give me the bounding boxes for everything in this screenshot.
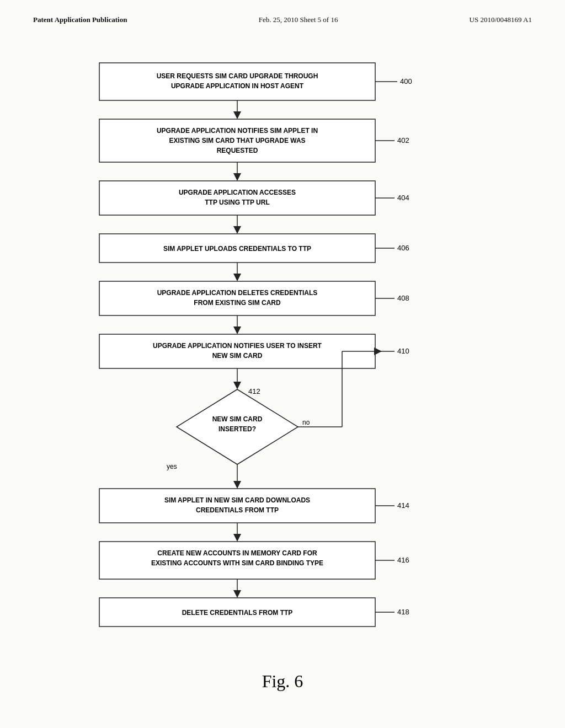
- svg-text:400: 400: [400, 77, 412, 85]
- svg-marker-50: [374, 347, 382, 355]
- header-left: Patent Application Publication: [33, 15, 127, 24]
- svg-text:414: 414: [397, 501, 409, 510]
- header-center: Feb. 25, 2010 Sheet 5 of 16: [259, 15, 338, 24]
- svg-text:no: no: [302, 419, 310, 426]
- svg-rect-54: [99, 489, 375, 523]
- svg-text:UPGRADE APPLICATION NOTIFIES S: UPGRADE APPLICATION NOTIFIES SIM APPLET …: [157, 127, 318, 135]
- svg-text:CREDENTIALS FROM TTP: CREDENTIALS FROM TTP: [196, 506, 279, 514]
- svg-text:NEW SIM CARD: NEW SIM CARD: [212, 415, 263, 423]
- svg-marker-67: [233, 590, 241, 598]
- svg-marker-27: [233, 274, 241, 281]
- svg-text:418: 418: [397, 608, 409, 616]
- svg-marker-41: [233, 382, 241, 389]
- svg-text:402: 402: [397, 136, 409, 144]
- svg-text:UPGRADE APPLICATION ACCESSES: UPGRADE APPLICATION ACCESSES: [179, 189, 296, 196]
- svg-text:406: 406: [397, 244, 409, 252]
- figure-caption-text: Fig. 6: [262, 671, 303, 691]
- svg-text:EXISTING SIM CARD THAT UPGRADE: EXISTING SIM CARD THAT UPGRADE WAS: [169, 137, 305, 144]
- svg-text:SIM APPLET UPLOADS CREDENTIALS: SIM APPLET UPLOADS CREDENTIALS TO TTP: [163, 245, 311, 253]
- svg-text:USER REQUESTS SIM CARD UPGRADE: USER REQUESTS SIM CARD UPGRADE THROUGH: [157, 72, 318, 80]
- svg-marker-21: [233, 226, 241, 234]
- svg-text:416: 416: [397, 556, 409, 564]
- svg-text:412: 412: [248, 387, 260, 395]
- page: Patent Application Publication Feb. 25, …: [0, 0, 565, 728]
- svg-text:UPGRADE APPLICATION DELETES CR: UPGRADE APPLICATION DELETES CREDENTIALS: [157, 289, 318, 297]
- svg-text:NEW SIM CARD: NEW SIM CARD: [212, 352, 263, 360]
- svg-text:404: 404: [397, 194, 409, 202]
- diagram-container: USER REQUESTS SIM CARD UPGRADE THROUGH U…: [0, 30, 565, 708]
- svg-text:CREATE NEW ACCOUNTS IN MEMORY : CREATE NEW ACCOUNTS IN MEMORY CARD FOR: [157, 549, 317, 557]
- svg-text:408: 408: [397, 294, 409, 302]
- svg-text:410: 410: [397, 347, 409, 355]
- svg-text:UPGRADE APPLICATION NOTIFIES U: UPGRADE APPLICATION NOTIFIES USER TO INS…: [153, 342, 322, 350]
- svg-text:FROM EXISTING SIM CARD: FROM EXISTING SIM CARD: [194, 299, 281, 307]
- svg-text:yes: yes: [167, 463, 177, 470]
- svg-marker-60: [233, 534, 241, 542]
- svg-text:REQUESTED: REQUESTED: [217, 147, 258, 154]
- svg-rect-28: [99, 281, 375, 315]
- page-header: Patent Application Publication Feb. 25, …: [0, 0, 565, 30]
- svg-text:TTP USING TTP URL: TTP USING TTP URL: [205, 199, 270, 206]
- svg-rect-0: [99, 63, 375, 100]
- svg-text:UPGRADE APPLICATION IN HOST AG: UPGRADE APPLICATION IN HOST AGENT: [171, 82, 304, 90]
- svg-marker-34: [233, 326, 241, 334]
- svg-text:INSERTED?: INSERTED?: [218, 425, 256, 433]
- svg-text:DELETE CREDENTIALS FROM TTP: DELETE CREDENTIALS FROM TTP: [182, 609, 293, 617]
- diagram-svg: USER REQUESTS SIM CARD UPGRADE THROUGH U…: [0, 30, 565, 708]
- figure-caption: Fig. 6: [0, 671, 565, 692]
- svg-marker-6: [233, 111, 241, 119]
- header-right: US 2010/0048169 A1: [470, 15, 532, 24]
- svg-marker-14: [233, 173, 241, 181]
- svg-text:SIM APPLET IN NEW SIM CARD DOW: SIM APPLET IN NEW SIM CARD DOWNLOADS: [164, 496, 310, 504]
- svg-marker-53: [233, 481, 241, 489]
- svg-text:EXISTING ACCOUNTS WITH SIM CAR: EXISTING ACCOUNTS WITH SIM CARD BINDING …: [151, 559, 323, 567]
- svg-rect-15: [99, 181, 375, 215]
- svg-rect-35: [99, 334, 375, 368]
